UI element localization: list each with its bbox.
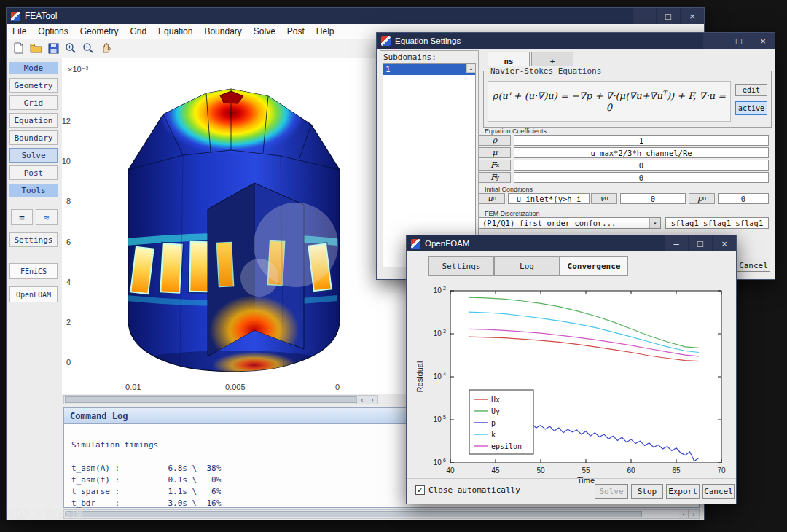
menu-grid[interactable]: Grid [124,24,152,39]
export-button[interactable]: Export [666,484,700,499]
cancel-button[interactable]: Cancel [702,484,735,499]
close-button[interactable]: × [681,8,704,24]
svg-text:70: 70 [717,466,726,474]
svg-text:10-5: 10-5 [434,415,446,423]
stop-button[interactable]: Stop [631,484,663,499]
sidebar-item-post[interactable]: Post [9,165,58,180]
window-title: FEATool [25,11,57,21]
zoom-out-icon[interactable] [80,40,96,56]
mode-sidebar: ModeGeometryGridEquationBoundarySolvePos… [7,58,62,520]
menu-equation[interactable]: Equation [152,24,198,39]
scroll-right-arrow[interactable]: › [367,396,377,404]
scroll-up-icon[interactable]: ▲ [466,64,475,73]
top-hotspot [159,74,305,155]
active-button[interactable]: active [735,101,767,115]
fem-flags-field[interactable] [665,217,769,229]
window-controls: –□× [665,235,736,251]
maximize-button[interactable]: □ [727,33,751,49]
sidebar-item-fenics[interactable]: FEniCS [9,263,58,279]
svg-text:10-4: 10-4 [434,372,446,380]
window-horizontal-scrollbar[interactable]: ‹ › [63,509,700,519]
minimize-button[interactable]: – [633,8,656,24]
menu-geometry[interactable]: Geometry [74,24,125,39]
initial-v0-label[interactable]: v0 [591,193,617,204]
menu-file[interactable]: File [7,24,32,39]
minimize-button[interactable]: – [703,33,727,49]
scroll-left-arrow[interactable]: ‹ [678,510,689,518]
initial-p0-label[interactable]: p0 [689,193,715,204]
tab-settings[interactable]: Settings [428,256,494,276]
coefficient-field[interactable] [514,135,769,146]
maximize-button[interactable]: □ [657,8,680,24]
tab-log[interactable]: Log [494,256,560,276]
pan-hand-icon[interactable] [98,40,114,56]
menu-solve[interactable]: Solve [248,24,281,39]
subdomain-item[interactable]: 1 [383,64,475,75]
sidebar-item-settings[interactable]: Settings [9,232,58,247]
subdomains-label: Subdomains: [383,52,436,62]
new-file-icon[interactable] [10,40,26,56]
fem-discretization-label: FEM Discretization [485,210,540,217]
y-tick-label: 0 [55,358,71,367]
close-button[interactable]: × [751,33,775,49]
svg-text:epsilon: epsilon [491,442,522,450]
y-tick-label: 6 [55,238,71,246]
close-automatically-label: Close automatically [428,485,520,495]
close-button[interactable]: × [713,235,736,251]
zoom-in-icon[interactable] [63,40,79,56]
initial-condition-field[interactable] [718,193,769,204]
coefficient-x-label[interactable]: Fx [479,160,511,171]
y-axis-exponent: ×10⁻³ [68,65,88,74]
save-icon[interactable] [45,40,61,56]
edit-button[interactable]: edit [735,84,767,96]
initial-condition-field[interactable] [620,193,686,204]
y-axis-label: Residual [415,361,424,393]
svg-text:Ux: Ux [491,396,500,404]
sidebar-item-equation[interactable]: Equation [9,113,58,128]
initial-condition-field[interactable] [508,193,590,204]
sidebar-header-tools: Tools [9,184,58,197]
command-log-title: Command Log [70,411,128,421]
openfoam-bottom-bar: ✓ Close automatically SolveStopExportCan… [407,478,736,504]
minimize-button[interactable]: – [665,235,688,251]
openfoam-dialog: OpenFOAM –□× SettingsLogConvergence 4045… [406,235,737,504]
coefficient-y-label[interactable]: Fy [479,172,511,183]
x-tick-label: 0 [316,383,359,391]
equation-coefficients-label: Equation Coefficients [485,128,547,135]
initial-u0-label[interactable]: u0 [479,193,505,204]
tab-convergence[interactable]: Convergence [560,256,628,276]
menu-help[interactable]: Help [310,24,340,39]
sidebar-item-boundary[interactable]: Boundary [9,130,58,145]
menu-boundary[interactable]: Boundary [198,24,247,39]
menu-options[interactable]: Options [32,24,74,39]
menu-post[interactable]: Post [281,24,310,39]
featool-logo-icon[interactable]: ≈ [36,209,58,225]
scroll-right-arrow[interactable]: › [688,510,699,518]
coefficient-field[interactable] [514,147,769,158]
openfoam-dialog-titlebar[interactable]: OpenFOAM –□× [407,235,736,251]
check-icon: ✓ [417,486,423,494]
sidebar-item-geometry[interactable]: Geometry [9,78,58,93]
coefficient-ρ-label[interactable]: ρ [479,135,511,146]
close-automatically-checkbox[interactable]: ✓ [415,485,425,495]
equation-dialog-titlebar[interactable]: Equation Settings –□× [377,33,775,49]
scroll-left-arrow[interactable]: ‹ [356,396,367,404]
coefficient-field[interactable] [514,172,769,183]
main-titlebar[interactable]: FEATool –□× [7,8,704,24]
plot-horizontal-scrollbar[interactable]: ‹ › [63,395,378,404]
solve-button[interactable]: Solve [595,484,628,499]
svg-text:10-2: 10-2 [434,286,446,294]
open-folder-icon[interactable] [28,40,44,56]
sidebar-item-grid[interactable]: Grid [9,95,58,110]
maximize-button[interactable]: □ [689,235,712,251]
svg-text:Uy: Uy [491,407,500,415]
fem-shape-function-dropdown[interactable]: (P1/Q1) first order confor... ▾ [479,217,661,229]
coefficient-field[interactable] [514,160,769,171]
sidebar-item-solve[interactable]: Solve [9,148,58,163]
equation-tool-button[interactable]: = [11,209,33,225]
sidebar-item-openfoam[interactable]: OpenFOAM [9,286,58,302]
cancel-button[interactable]: Cancel [737,259,770,272]
y-tick-label: 8 [55,197,71,206]
coefficient-μ-label[interactable]: μ [479,147,511,158]
sidebar-header-mode: Mode [9,62,58,74]
